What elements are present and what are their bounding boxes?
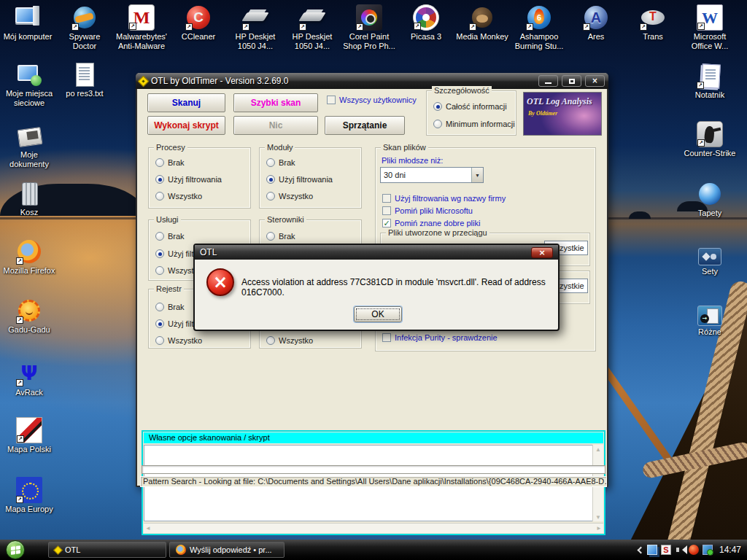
desktop-icon-spyware-doctor[interactable]: Spyware Doctor <box>57 4 112 51</box>
desktop-icon-trans[interactable]: Trans <box>625 4 681 42</box>
start-button[interactable] <box>6 540 25 559</box>
radio-icon <box>155 158 164 167</box>
error-dialog-title: OTL <box>200 247 531 257</box>
boat-silhouette <box>629 211 651 219</box>
purity-checkbox[interactable]: Infekcja Purity - sprawdzenie <box>382 332 498 343</box>
updates-tray-icon[interactable] <box>703 545 713 555</box>
error-dialog-titlebar[interactable]: OTL × <box>195 245 558 260</box>
desktop-icon-mapa-europy[interactable]: Mapa Europy <box>1 477 57 514</box>
radio-moduly-wszystko[interactable]: Wszystko <box>266 191 313 201</box>
procesy-group: Procesy Brak Użyj filtrowania Wszystko <box>148 147 251 209</box>
error-dialog-close-button[interactable]: × <box>531 247 553 258</box>
desktop-icon-picasa[interactable]: Picasa 3 <box>398 4 454 42</box>
desktop-icon-counter-strike[interactable]: Counter-Strike <box>682 121 738 158</box>
system-tray: S 14:47 <box>638 540 744 560</box>
error-message: Access violation at address 77C381CD in … <box>241 277 551 298</box>
radio-moduly-filtr[interactable]: Użyj filtrowania <box>266 174 333 184</box>
desktop-icon-label: Mozilla Firefox <box>1 266 57 276</box>
desktop-icon-po-res3-txt[interactable]: po res3.txt <box>57 61 112 98</box>
radio-procesy-wszystko[interactable]: Wszystko <box>155 191 202 201</box>
minimize-button[interactable] <box>538 75 558 87</box>
tray-collapse-icon[interactable] <box>638 546 645 553</box>
desktop-icon-ares[interactable]: Ares <box>568 4 624 42</box>
desktop-icon-my-documents[interactable]: Moje dokumenty <box>1 122 57 169</box>
close-button[interactable]: × <box>585 75 605 87</box>
radio-uslugi-brak[interactable]: Brak <box>155 231 185 241</box>
firefox-icon <box>16 238 42 265</box>
desktop-icon-hp-deskjet-1[interactable]: HP Deskjet 1050 J4... <box>228 4 283 51</box>
run-script-button[interactable]: Wykonaj skrypt <box>147 116 225 135</box>
cleanup-button[interactable]: Sprzątanie <box>325 116 405 135</box>
desktop-icon-ashampoo[interactable]: Ashampoo Burning Stu... <box>511 4 567 51</box>
desktop-icon-malwarebytes[interactable]: Malwarebytes' Anti-Malware <box>114 4 169 51</box>
desktop-icon-label: AvRack <box>1 388 57 397</box>
radio-procesy-filtr[interactable]: Użyj filtrowania <box>155 174 222 184</box>
taskbar-task-otl[interactable]: OTL <box>48 542 166 558</box>
scroll-right-icon[interactable]: ► <box>596 525 602 532</box>
antivirus-tray-icon[interactable] <box>689 545 699 555</box>
quick-scan-button[interactable]: Szybki skan <box>233 93 318 112</box>
radio-full-info[interactable]: Całość informacji <box>433 101 507 112</box>
desktop-icon-gadu-gadu[interactable]: Gadu-Gadu <box>1 298 57 335</box>
otl-titlebar[interactable]: OTL by OldTimer - Version 3.2.69.0 × <box>136 73 608 89</box>
desktop-icon-avrack[interactable]: AvRack <box>1 360 57 397</box>
ok-button[interactable]: OK <box>354 306 402 322</box>
desktop-icon-ccleaner[interactable]: CCleaner <box>171 4 226 42</box>
scan-button[interactable]: Skanuj <box>147 93 225 112</box>
volume-tray-icon[interactable] <box>675 545 685 555</box>
radio-moduly-brak[interactable]: Brak <box>266 158 295 168</box>
network-tray-icon[interactable] <box>647 545 657 555</box>
radio-rejestr-wszystko[interactable]: Wszystko <box>155 335 202 346</box>
desktop-icon-label: Microsoft Office W... <box>682 32 738 51</box>
radio-procesy-brak[interactable]: Brak <box>155 158 185 168</box>
logo-line1: OTL Log Analysis <box>527 96 592 107</box>
skip-known-good-checkbox[interactable]: Pomiń znane dobre pliki <box>382 218 480 228</box>
detail-group-title: Szczegółowość <box>432 86 492 95</box>
logo-line2: By Oldtimer <box>528 110 557 117</box>
sety-icon <box>698 248 721 265</box>
age-dropdown[interactable]: 30 dni ▼ <box>380 167 484 183</box>
printer-icon <box>299 4 325 31</box>
radio-icon <box>266 336 275 345</box>
scroll-down-icon[interactable]: ▼ <box>593 514 603 521</box>
all-users-checkbox[interactable]: Wszyscy użytkownicy <box>327 95 417 105</box>
taskbar-task-firefox[interactable]: Wyślij odpowiedź • pr... <box>169 542 285 558</box>
radio-icon <box>155 319 164 328</box>
radio-min-info[interactable]: Minimum informacji <box>433 119 515 129</box>
mapa-europy-icon <box>16 477 42 503</box>
spyware-doctor-tray-icon[interactable]: S <box>661 545 671 555</box>
radio-label: Użyj filtrowania <box>279 175 333 184</box>
radio-label: Brak <box>168 158 185 167</box>
filter-company-checkbox[interactable]: Użyj filtrowania wg nazwy firmy <box>382 193 506 203</box>
none-button[interactable]: Nic <box>233 116 318 135</box>
dropdown-arrow-icon[interactable]: ▼ <box>471 168 483 182</box>
desktop-icon-corel[interactable]: Corel Paint Shop Pro Ph... <box>341 4 397 51</box>
desktop-icon-network-places[interactable]: Moje miejsca sieciowe <box>1 61 57 108</box>
spyware-doctor-icon <box>71 4 98 31</box>
desktop-icon-word[interactable]: Microsoft Office W... <box>682 4 738 51</box>
horizontal-scrollbar[interactable]: ◄► <box>144 523 603 533</box>
skip-microsoft-checkbox[interactable]: Pomiń pliki Microsoftu <box>382 206 473 216</box>
shortcut-arrow-icon <box>697 23 705 30</box>
desktop-icon-recycle-bin[interactable]: Kosz <box>1 180 57 217</box>
checkbox-icon <box>382 333 391 342</box>
radio-label: Wszystko <box>279 192 313 201</box>
desktop-icon-my-computer[interactable]: Mój komputer <box>0 4 55 42</box>
radio-rejestr-brak[interactable]: Brak <box>155 302 185 312</box>
task-label: OTL <box>65 545 80 554</box>
radio-sterowniki-brak[interactable]: Brak <box>266 231 295 241</box>
desktop-icon-hp-deskjet-2[interactable]: HP Deskjet 1050 J4... <box>285 4 340 51</box>
desktop-icon-mapa-polski[interactable]: Mapa Polski <box>1 417 57 454</box>
desktop-icon-sety[interactable]: Sety <box>682 242 738 276</box>
radio-extra-wszystko[interactable]: Wszystko <box>266 335 313 346</box>
maximize-button[interactable] <box>562 75 581 87</box>
otl-logo: OTL Log Analysis By Oldtimer <box>523 92 602 136</box>
desktop-icon-rozne[interactable]: Różne <box>682 302 738 337</box>
desktop-icon-firefox[interactable]: Mozilla Firefox <box>1 238 57 276</box>
desktop-icon-notatnik[interactable]: Notatnik <box>682 63 738 100</box>
radio-label: Całość informacji <box>446 102 507 111</box>
desktop-icon-tapety[interactable]: Tapety <box>682 181 738 218</box>
desktop-icon-media-monkey[interactable]: Media Monkey <box>454 4 510 42</box>
scroll-up-icon[interactable]: ▲ <box>593 446 603 454</box>
scroll-left-icon[interactable]: ◄ <box>145 525 151 532</box>
